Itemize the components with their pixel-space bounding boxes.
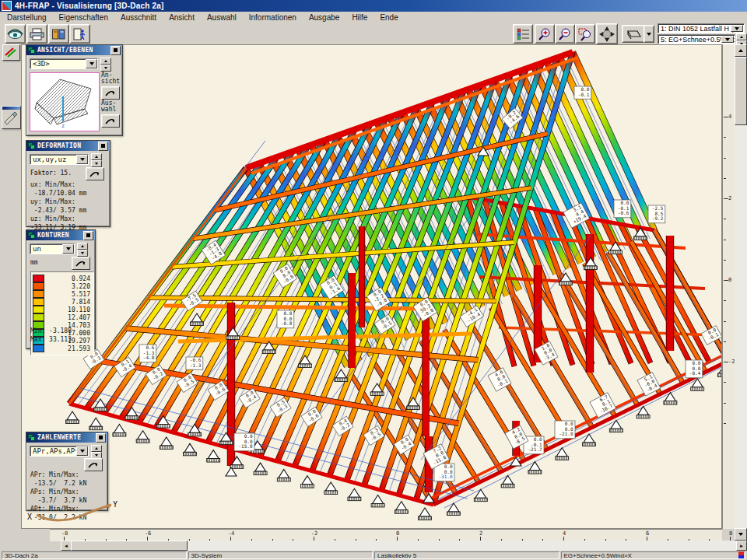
panel-konturen-title: KONTUREN: [37, 232, 81, 239]
panel-konturen-titlebar[interactable]: KONTUREN: [26, 230, 95, 240]
legend-swatch: [33, 298, 44, 306]
horizontal-scroll-thumb[interactable]: [71, 541, 188, 551]
zahlenwerte-apply-button[interactable]: [84, 458, 103, 471]
menu-item-ausschnitt[interactable]: Ausschnitt: [120, 13, 157, 22]
redline-tool-button[interactable]: [2, 44, 20, 61]
roof-preview-icon: z: [30, 73, 97, 129]
view-eye-button[interactable]: [5, 24, 26, 44]
print-button[interactable]: [26, 24, 47, 44]
support-triangle-icon: [371, 495, 384, 507]
menu-item-informationen[interactable]: Informationen: [248, 13, 297, 22]
value-label: -4.1-10.4: [460, 306, 484, 327]
legend-row: 0.924: [33, 275, 92, 282]
zoom-in-icon: [538, 27, 552, 41]
manual-button[interactable]: [48, 24, 69, 44]
view-3d-button[interactable]: [622, 25, 645, 43]
panel-close-icon[interactable]: [98, 142, 108, 151]
view-3d-icon: [625, 28, 642, 40]
panel-zahlenwerte-title: ZAHLENWERTE: [37, 434, 93, 441]
zoom-window-button[interactable]: [575, 24, 595, 44]
hruler-label: 4: [559, 530, 570, 537]
load-case-combo[interactable]: 1: DIN 1052 Lastfall H (Th. 1. Or: [658, 23, 745, 33]
konturen-combo[interactable]: un: [30, 243, 75, 254]
scroll-right-icon[interactable]: ►: [736, 541, 747, 551]
horizontal-scrollbar[interactable]: ◄ ►: [61, 541, 747, 551]
vertical-scroll-thumb[interactable]: [735, 57, 747, 125]
deformation-combo[interactable]: ux,uy,uz: [30, 154, 89, 165]
deformation-spinner[interactable]: [91, 153, 102, 167]
scroll-down-icon[interactable]: [735, 528, 747, 541]
value-label: 0.6-1.3-4.8: [139, 345, 156, 362]
panel-ansicht-titlebar[interactable]: ANSICHT/EBENEN: [26, 45, 122, 55]
legend-row: 7.814: [33, 298, 92, 306]
konturen-max: Max: 33.113: [30, 336, 72, 343]
konturen-dropdown-icon[interactable]: [62, 244, 74, 254]
scroll-left-icon[interactable]: ◄: [61, 541, 72, 551]
konturen-combo-value: un: [33, 245, 41, 253]
vruler-label: 4: [728, 114, 731, 120]
legend-swatch: [33, 282, 44, 290]
pen-tool-window[interactable]: [2, 106, 21, 129]
value-label: -2.58.5-9.2: [648, 205, 665, 223]
menu-item-auswahl[interactable]: Auswahl: [206, 13, 237, 22]
menu-item-darstellung[interactable]: Darstellung: [6, 13, 47, 22]
legend-value: 3.220: [47, 283, 92, 290]
legend-swatch: [33, 345, 44, 352]
support-triangle-icon: [184, 443, 197, 456]
panel-ansicht-ebenen[interactable]: ANSICHT/EBENEN <3D> z: [26, 44, 123, 136]
zahlenwerte-combo-value: APr,APs,APt: [33, 447, 79, 455]
view-selector-spinner[interactable]: [100, 58, 111, 72]
status-cell-0: 3D-Dach 2a: [2, 551, 187, 559]
panel-close-icon[interactable]: [110, 46, 121, 55]
panel-konturen[interactable]: KONTUREN un mm 0.9243.2205.5177.81410.11…: [26, 229, 96, 349]
panel-deformation-titlebar[interactable]: DEFORMATION: [26, 141, 110, 151]
support-triangle-icon: [395, 502, 408, 514]
support-triangle-icon: [609, 420, 622, 432]
ansicht-apply-button[interactable]: [101, 86, 120, 100]
panel-deformation[interactable]: DEFORMATION ux,uy,uz Faktor: 15. ux: Min…: [26, 140, 110, 227]
scroll-up-icon[interactable]: [735, 44, 747, 57]
panel-zahlenwerte-titlebar[interactable]: ZAHLENWERTE: [26, 432, 107, 443]
legend-value: 21.593: [47, 345, 92, 352]
zoom-out-button[interactable]: [555, 24, 575, 44]
svg-text:-9.2: -9.2: [652, 215, 664, 221]
view-preview-thumbnail[interactable]: z: [30, 72, 100, 131]
panel-close-icon[interactable]: [96, 433, 106, 443]
svg-text:-1.3: -1.3: [190, 362, 202, 368]
exit-button[interactable]: [69, 24, 90, 44]
load-collective-combo[interactable]: 5: EG+Schnee+0.5Wind>X: [658, 34, 735, 44]
zoom-in-button[interactable]: [535, 24, 555, 44]
auswahl-apply-button[interactable]: [101, 114, 120, 128]
menu-item-eigenschaften[interactable]: Eigenschaften: [58, 13, 109, 22]
minmax-label: ux: Min/Max:: [30, 180, 86, 189]
deformation-faktor: Faktor: 15.: [30, 170, 72, 177]
menu-item-hilfe[interactable]: Hilfe: [351, 13, 368, 22]
roof-model-3d: 0.00.0-15.80.00.0-31.00.0-0.1-21.7-2.58.…: [22, 45, 721, 528]
deformation-apply-button[interactable]: [86, 167, 104, 180]
toolbar: 1: DIN 1052 Lastfall H (Th. 1. Or 5: EG+…: [0, 23, 747, 45]
load-collective-dropdown-icon[interactable]: [721, 36, 734, 43]
menu-item-ansicht[interactable]: Ansicht: [168, 13, 195, 22]
zahlenwerte-spinner[interactable]: [91, 445, 102, 459]
view-selector-combo[interactable]: <3D>: [30, 58, 98, 69]
zahlenwerte-dropdown-icon[interactable]: [76, 446, 88, 456]
value-label: 0.0-0.1: [574, 86, 591, 99]
model-viewport[interactable]: 0.00.0-15.80.00.0-31.00.0-0.1-21.7-2.58.…: [21, 44, 722, 529]
pan-button[interactable]: [596, 23, 618, 44]
display-options-button[interactable]: [513, 24, 533, 44]
panel-close-icon[interactable]: [83, 231, 93, 240]
view-selector-dropdown-icon[interactable]: [86, 59, 97, 68]
legend-row: 10.110: [33, 306, 92, 313]
minmax-value: -18.7/10.04 mm: [30, 189, 86, 198]
eye-icon: [7, 28, 23, 40]
menu-item-ausgabe[interactable]: Ausgabe: [308, 13, 340, 22]
vertical-scrollbar[interactable]: [735, 44, 747, 541]
view-3d-dropdown[interactable]: [644, 25, 654, 43]
konturen-apply-button[interactable]: [72, 257, 90, 270]
zahlenwerte-combo[interactable]: APr,APs,APt: [30, 446, 89, 457]
deformation-dropdown-icon[interactable]: [76, 155, 88, 164]
load-case-dropdown-icon[interactable]: [731, 25, 743, 32]
zoom-window-icon: [578, 27, 592, 41]
konturen-spinner[interactable]: [77, 243, 88, 257]
menu-item-ende[interactable]: Ende: [379, 13, 398, 22]
